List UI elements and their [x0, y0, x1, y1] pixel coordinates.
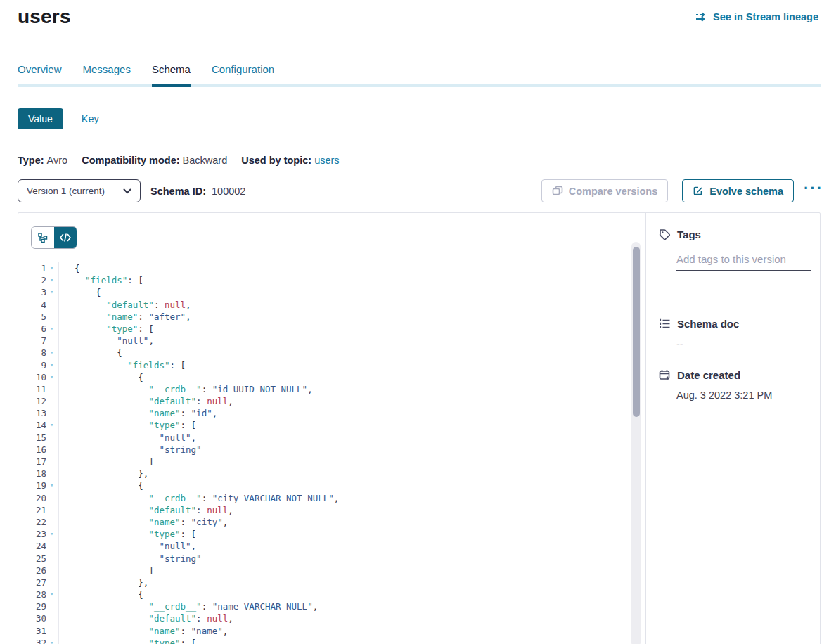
lineage-link-label: See in Stream lineage [713, 11, 818, 22]
line-number: 2 [18, 274, 46, 286]
tab-overview[interactable]: Overview [18, 63, 62, 87]
code-text: }, [58, 577, 630, 588]
line-number: 15 [18, 432, 46, 444]
fold-spacer [46, 553, 58, 565]
meta-label: Used by topic: [241, 155, 311, 166]
code-text: "type": [ [58, 637, 630, 644]
code-line: 32▾ "type": [ [18, 637, 630, 644]
line-number: 32 [18, 637, 46, 644]
editor-scrollbar[interactable] [631, 242, 641, 644]
line-number: 11 [18, 383, 46, 395]
code-text: "name": "after", [58, 311, 630, 323]
schema-actions: Compare versions Evolve schema ··· [541, 179, 823, 202]
line-number: 16 [18, 444, 46, 456]
fold-spacer [46, 444, 58, 456]
meta-item: Used by topic:users [241, 155, 339, 166]
schema-id-value: 100002 [212, 186, 245, 197]
code-line: 3▾ { [18, 286, 630, 298]
value-toggle-button[interactable]: Value [18, 108, 63, 129]
fold-spacer [46, 492, 58, 504]
fold-toggle-icon[interactable]: ▾ [46, 262, 58, 274]
code-line: 30 "default": null, [18, 612, 630, 624]
more-options-button[interactable]: ··· [804, 185, 823, 198]
chevron-down-icon [123, 188, 131, 194]
scrollbar-thumb[interactable] [633, 247, 640, 417]
date-created-value: Aug. 3 2022 3:21 PM [676, 389, 807, 401]
line-number: 29 [18, 600, 46, 612]
code-line: 15 "null", [18, 432, 630, 444]
code-line: 26 ] [18, 565, 630, 577]
code-text: { [58, 588, 630, 600]
line-number: 3 [18, 286, 46, 298]
fold-spacer [46, 468, 58, 479]
code-line: 7 "null", [18, 335, 630, 347]
meta-value: Avro [47, 155, 68, 166]
fold-toggle-icon[interactable]: ▾ [46, 479, 58, 491]
code-text: { [58, 371, 630, 383]
tab-messages[interactable]: Messages [83, 63, 131, 87]
fold-toggle-icon[interactable]: ▾ [46, 371, 58, 383]
evolve-schema-label: Evolve schema [709, 186, 783, 197]
line-number: 6 [18, 323, 46, 335]
line-number: 7 [18, 335, 46, 347]
line-number: 22 [18, 516, 46, 528]
fold-toggle-icon[interactable]: ▾ [46, 274, 58, 286]
fold-toggle-icon[interactable]: ▾ [46, 286, 58, 298]
code-line: 14▾ "type": [ [18, 419, 630, 431]
tab-bar: OverviewMessagesSchemaConfiguration [18, 63, 821, 87]
tags-heading: Tags [677, 228, 701, 240]
fold-toggle-icon[interactable]: ▾ [46, 419, 58, 431]
code-line: 21 "default": null, [18, 504, 630, 516]
tab-schema[interactable]: Schema [152, 63, 191, 87]
fold-spacer [46, 516, 58, 528]
fold-toggle-icon[interactable]: ▾ [46, 637, 58, 644]
line-number: 9 [18, 359, 46, 371]
fold-toggle-icon[interactable]: ▾ [46, 588, 58, 600]
code-line: 12 "default": null, [18, 395, 630, 407]
line-number: 10 [18, 371, 46, 383]
code-line: 5 "name": "after", [18, 311, 630, 323]
evolve-schema-button[interactable]: Evolve schema [682, 179, 794, 202]
key-toggle-button[interactable]: Key [82, 113, 99, 124]
fold-toggle-icon[interactable]: ▾ [46, 528, 58, 540]
tags-input[interactable] [676, 253, 811, 271]
code-line: 25 "string" [18, 553, 630, 565]
see-in-stream-lineage-link[interactable]: See in Stream lineage [695, 11, 818, 22]
calendar-add-icon [659, 369, 671, 381]
fold-toggle-icon[interactable]: ▾ [46, 347, 58, 359]
schema-details-sidebar: Tags Schema doc -- [646, 213, 820, 644]
schema-id: Schema ID: 100002 [150, 186, 245, 197]
code-line: 6▾ "type": [ [18, 323, 630, 335]
fold-spacer [46, 395, 58, 407]
code-line: 20 "__crdb__": "city VARCHAR NOT NULL", [18, 492, 630, 504]
tree-view-button[interactable] [32, 227, 54, 248]
line-number: 17 [18, 456, 46, 468]
fold-spacer [46, 383, 58, 395]
fold-toggle-icon[interactable]: ▾ [46, 323, 58, 335]
code-line: 24 "null", [18, 540, 630, 552]
code-text: "fields": [ [58, 274, 630, 286]
code-line: 2▾ "fields": [ [18, 274, 630, 286]
fold-spacer [46, 540, 58, 552]
code-view-icon [60, 233, 71, 242]
code-line: 13 "name": "id", [18, 407, 630, 419]
meta-value-link[interactable]: users [314, 155, 339, 166]
tab-configuration[interactable]: Configuration [212, 63, 274, 87]
compare-versions-button[interactable]: Compare versions [541, 179, 669, 202]
fold-toggle-icon[interactable]: ▾ [46, 359, 58, 371]
code-text: "__crdb__": "city VARCHAR NOT NULL", [58, 492, 630, 504]
line-number: 20 [18, 492, 46, 504]
code-line: 10▾ { [18, 371, 630, 383]
fold-spacer [46, 577, 58, 588]
code-line: 4 "default": null, [18, 299, 630, 311]
code-text: }, [58, 468, 630, 479]
code-text: ] [58, 456, 630, 468]
code-text: "null", [58, 432, 630, 444]
code-line: 23▾ "type": [ [18, 528, 630, 540]
version-select[interactable]: Version 1 (current) [18, 179, 141, 202]
meta-item: Compatibility mode:Backward [82, 155, 227, 166]
tags-section: Tags [659, 228, 807, 288]
code-line: 11 "__crdb__": "id UUID NOT NULL", [18, 383, 630, 395]
code-text: "default": null, [58, 612, 630, 624]
code-view-button[interactable] [54, 227, 77, 248]
